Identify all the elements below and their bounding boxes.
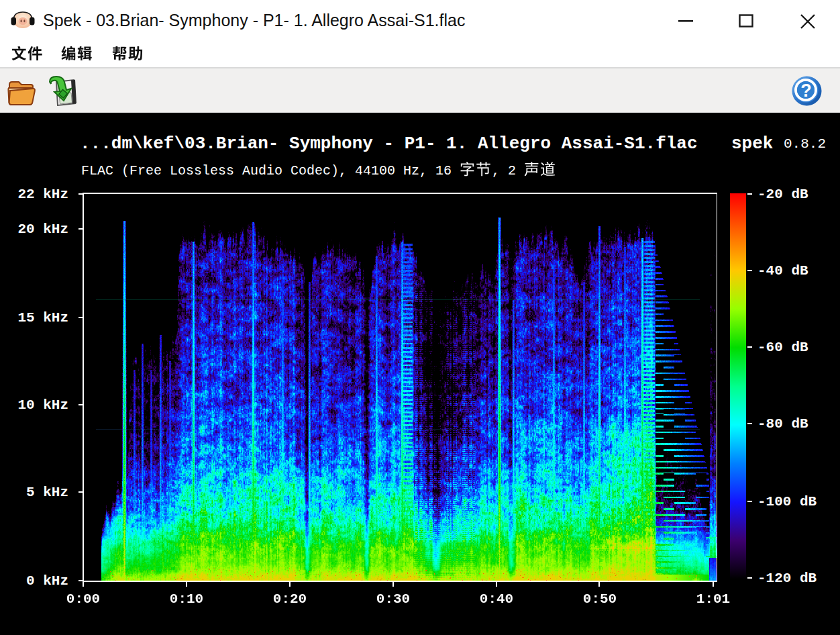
svg-text:?: ? (800, 81, 812, 101)
